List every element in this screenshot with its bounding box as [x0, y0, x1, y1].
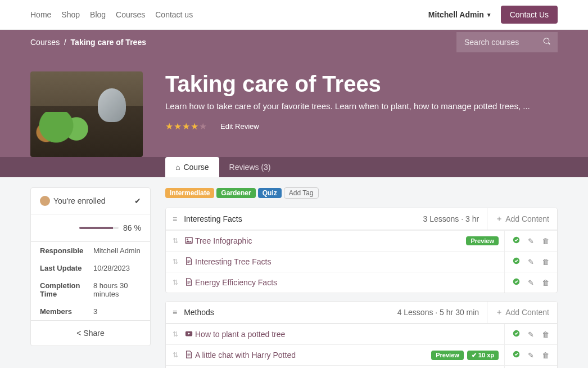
drag-handle-icon[interactable]: ⇅: [166, 252, 185, 271]
star-icon: ★: [174, 121, 182, 132]
section-add-content[interactable]: ＋ Add Content: [487, 208, 557, 230]
meta-val: 10/28/2023: [93, 264, 141, 272]
edit-review-link[interactable]: Edit Review: [220, 122, 259, 131]
main: Intermediate Gardener Quiz Add Tag ≡ Int…: [165, 187, 558, 368]
section-meta: 4 Lessons · 5 hr 30 min: [390, 302, 487, 322]
tag-gardener[interactable]: Gardener: [216, 188, 255, 198]
preview-badge[interactable]: Preview: [466, 236, 499, 245]
lesson-badges: Preview: [460, 236, 504, 245]
section-title: Interesting Facts: [184, 209, 415, 229]
edit-icon[interactable]: ✎: [528, 330, 534, 339]
lesson-actions: ✎ 🗑: [504, 252, 557, 272]
section-add-content[interactable]: ＋ Add Content: [487, 302, 557, 323]
breadcrumb-current: Taking care of Trees: [71, 38, 146, 47]
tag-row: Intermediate Gardener Quiz Add Tag: [165, 187, 558, 199]
meta-val: 3: [93, 307, 141, 316]
tag-quiz[interactable]: Quiz: [258, 188, 282, 198]
section: ≡ Interesting Facts 3 Lessons · 3 hr ＋ A…: [165, 208, 558, 293]
hero: Courses / Taking care of Trees Taking ca…: [0, 30, 588, 177]
user-menu[interactable]: Mitchell Admin ▼: [428, 10, 492, 19]
trash-icon[interactable]: 🗑: [542, 330, 549, 339]
drag-handle-icon[interactable]: ⇅: [166, 345, 185, 365]
done-icon[interactable]: [513, 278, 520, 287]
trash-icon[interactable]: 🗑: [542, 258, 549, 266]
add-tag-button[interactable]: Add Tag: [284, 187, 319, 199]
section-header: ≡ Interesting Facts 3 Lessons · 3 hr ＋ A…: [166, 208, 557, 230]
nav-shop[interactable]: Shop: [61, 10, 80, 19]
section: ≡ Methods 4 Lessons · 5 hr 30 min ＋ Add …: [165, 301, 558, 368]
hero-inner: Taking care of Trees Learn how to take c…: [0, 55, 588, 157]
done-icon[interactable]: [513, 351, 520, 360]
video-icon: [185, 330, 195, 339]
lesson-title[interactable]: Tree Infographic: [195, 231, 460, 251]
nav-blog[interactable]: Blog: [90, 10, 106, 19]
drag-handle-icon[interactable]: ≡: [166, 302, 184, 322]
home-icon: ⌂: [175, 163, 180, 172]
share-icon: <: [76, 329, 81, 338]
lesson-title[interactable]: A little chat with Harry Potted: [195, 345, 426, 365]
search-icon[interactable]: [543, 38, 551, 47]
progress-bar: [79, 227, 119, 229]
course-thumbnail: [30, 71, 143, 157]
tab-course-label: Course: [183, 163, 209, 172]
drag-handle-icon[interactable]: ≡: [166, 209, 184, 229]
edit-icon[interactable]: ✎: [528, 279, 534, 287]
rating-stars[interactable]: ★ ★ ★ ★ ★: [165, 121, 207, 132]
lesson-actions: ✎ 🗑: [504, 231, 557, 251]
star-icon: ★: [182, 121, 190, 132]
doc-icon: [185, 351, 195, 360]
drag-handle-icon[interactable]: ⇅: [166, 231, 185, 250]
breadcrumb: Courses / Taking care of Trees: [30, 30, 146, 55]
section-title: Methods: [184, 302, 389, 322]
star-icon: ★: [199, 121, 207, 132]
image-icon: [185, 236, 195, 246]
rating-row: ★ ★ ★ ★ ★ Edit Review: [165, 121, 530, 132]
progress-row: 86 %: [31, 214, 150, 242]
drag-handle-icon[interactable]: ⇅: [166, 273, 185, 292]
avatar-icon: [40, 196, 50, 206]
trash-icon[interactable]: 🗑: [542, 237, 549, 245]
trash-icon[interactable]: 🗑: [542, 279, 549, 287]
svg-rect-0: [186, 237, 192, 243]
course-title: Taking care of Trees: [165, 71, 530, 97]
done-icon[interactable]: [513, 257, 520, 266]
done-icon[interactable]: [513, 236, 520, 245]
lesson-title[interactable]: 3 Main Methodologies: [195, 366, 493, 368]
drag-handle-icon[interactable]: ⇅: [166, 325, 185, 344]
nav-home[interactable]: Home: [30, 10, 51, 19]
share-button[interactable]: < Share: [31, 320, 150, 345]
section-meta: 3 Lessons · 3 hr: [415, 209, 487, 229]
meta-key: Completion Time: [40, 281, 93, 298]
lesson-actions: ✎ 🗑: [504, 272, 557, 293]
nav-contact[interactable]: Contact us: [155, 10, 193, 19]
tab-course[interactable]: ⌂ Course: [165, 157, 219, 177]
lesson-title[interactable]: Energy Efficiency Facts: [195, 272, 493, 293]
progress-pct: 86 %: [123, 223, 141, 232]
svg-point-1: [187, 238, 188, 240]
course-description: Learn how to take care of your favorite …: [165, 101, 530, 111]
edit-icon[interactable]: ✎: [528, 237, 534, 245]
lesson-row: ⇅ Tree Infographic Preview ✎ 🗑: [166, 230, 557, 251]
tag-intermediate[interactable]: Intermediate: [165, 188, 214, 198]
search-box: [456, 32, 558, 52]
search-input[interactable]: [456, 32, 558, 52]
preview-badge[interactable]: Preview: [431, 351, 464, 360]
check-icon: ✔: [134, 196, 141, 205]
star-icon: ★: [165, 121, 173, 132]
lesson-title[interactable]: How to plant a potted tree: [195, 324, 493, 344]
nav-courses[interactable]: Courses: [116, 10, 145, 19]
edit-icon[interactable]: ✎: [528, 258, 534, 266]
done-icon[interactable]: [513, 330, 520, 339]
user-name: Mitchell Admin: [428, 10, 484, 19]
enrolled-row: You're enrolled ✔: [31, 188, 150, 214]
trash-icon[interactable]: 🗑: [542, 351, 549, 360]
lesson-badges: Preview✔ 10 xp: [426, 351, 504, 360]
sidebar: You're enrolled ✔ 86 % ResponsibleMitche…: [30, 187, 151, 346]
breadcrumb-courses[interactable]: Courses: [30, 38, 60, 47]
edit-icon[interactable]: ✎: [528, 351, 534, 360]
lesson-row: ⇅ A little chat with Harry Potted Previe…: [166, 344, 557, 365]
nav-right: Mitchell Admin ▼ Contact Us: [428, 6, 558, 24]
contact-us-button[interactable]: Contact Us: [501, 6, 558, 24]
lesson-title[interactable]: Interesting Tree Facts: [195, 252, 493, 272]
tab-reviews[interactable]: Reviews (3): [219, 157, 281, 177]
